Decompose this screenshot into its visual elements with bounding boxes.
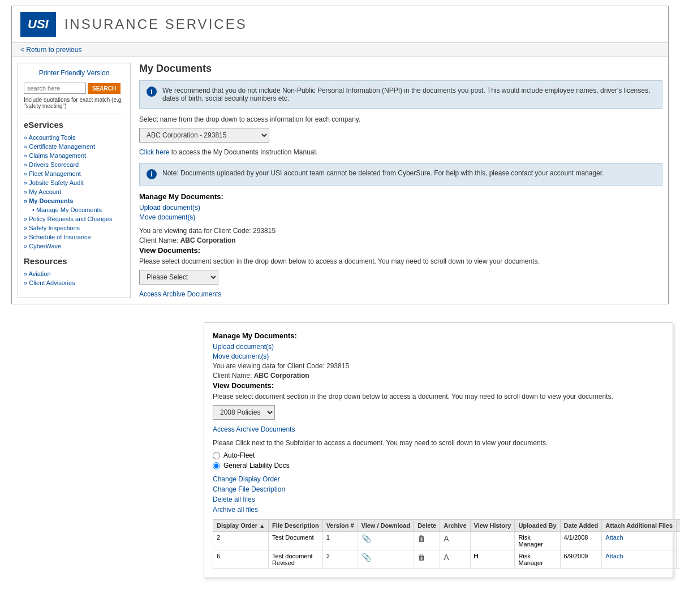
ep-access-archive-link[interactable]: Access Archive Documents bbox=[213, 425, 664, 433]
note-icon: i bbox=[147, 169, 157, 179]
sidebar-item-safety-inspections[interactable]: Safety Inspections bbox=[24, 223, 124, 232]
ep-upload-link[interactable]: Upload document(s) bbox=[213, 343, 664, 351]
cell-date-added-2: 6/9/2009 bbox=[560, 550, 602, 569]
select-label: Select name from the drop down to access… bbox=[139, 115, 662, 123]
sidebar-item-cyberwave[interactable]: CyberWave bbox=[24, 242, 124, 251]
cell-uploaded-by-2: Risk Manager bbox=[515, 550, 560, 569]
ep-radio-auto-fleet: Auto-Fleet bbox=[213, 451, 664, 459]
col-file-description[interactable]: File Description bbox=[269, 520, 323, 532]
cell-view-history bbox=[470, 532, 515, 550]
cell-attach-2[interactable]: Attach bbox=[602, 550, 677, 569]
table-row: 2 Test Document 1 📎 🗑 A Risk Manager 4/1… bbox=[213, 532, 681, 550]
sidebar-item-client-advisories[interactable]: Client Advisories bbox=[24, 278, 124, 287]
col-delete: Delete bbox=[414, 520, 440, 532]
client-name-text: Client Name: ABC Corporation bbox=[139, 236, 662, 244]
col-view-additional: View Additional Files bbox=[677, 520, 680, 532]
col-display-order[interactable]: Display Order ▲ bbox=[213, 520, 269, 532]
upload-link[interactable]: Upload document(s) bbox=[139, 204, 662, 212]
sidebar: Printer Friendly Version searcH Include … bbox=[18, 63, 131, 298]
cell-delete[interactable]: 🗑 bbox=[414, 532, 440, 550]
search-button[interactable]: searcH bbox=[88, 83, 120, 94]
search-input[interactable] bbox=[24, 83, 86, 94]
col-view-download: View / Download bbox=[358, 520, 414, 532]
col-view-history: View History bbox=[470, 520, 515, 532]
sidebar-item-drivers-scorecard[interactable]: Drivers Scorecard bbox=[24, 160, 124, 169]
download-icon[interactable]: 📎 bbox=[361, 534, 371, 543]
sidebar-item-certificate-management[interactable]: Certificate Management bbox=[24, 142, 124, 151]
sidebar-item-my-documents[interactable]: My Documents bbox=[24, 196, 124, 205]
cell-file-description: Test document Revised bbox=[269, 550, 323, 569]
cell-view-download[interactable]: 📎 bbox=[358, 550, 414, 569]
sidebar-item-fleet-management[interactable]: Fleet Management bbox=[24, 169, 124, 178]
please-select-wrap: Please Select bbox=[139, 270, 662, 285]
manage-docs-title: Manage My Documents: bbox=[139, 192, 662, 201]
please-select-dropdown[interactable]: Please Select bbox=[139, 270, 218, 285]
history-h-icon: H bbox=[474, 553, 479, 559]
note-box: i Note: Documents uploaded by your USI a… bbox=[139, 163, 662, 186]
info-message: We recommend that you do not include Non… bbox=[162, 87, 655, 102]
company-select[interactable]: ABC Corporation - 293815 bbox=[139, 128, 269, 143]
client-name-bold: ABC Corporation bbox=[180, 236, 236, 244]
col-date-added: Date Added bbox=[560, 520, 602, 532]
view-docs-title: View Documents: bbox=[139, 246, 662, 255]
ep-radio-general-liability-label: General Liability Docs bbox=[223, 462, 290, 469]
printer-friendly-link[interactable]: Printer Friendly Version bbox=[24, 69, 124, 77]
ep-delete-all-link[interactable]: Delete all files bbox=[213, 496, 664, 503]
download-icon-2[interactable]: 📎 bbox=[361, 553, 371, 562]
click-here-suffix: to access the My Documents Instruction M… bbox=[171, 148, 318, 156]
attach-link-2[interactable]: Attach bbox=[605, 553, 623, 559]
client-code-text: You are viewing data for Client Code: 29… bbox=[139, 227, 662, 235]
sidebar-item-jobsite-safety-audit[interactable]: Jobsite Safety Audit bbox=[24, 178, 124, 187]
documents-table: Display Order ▲ File Description Version… bbox=[213, 519, 680, 569]
cell-display-order: 6 bbox=[213, 550, 269, 569]
cell-version: 2 bbox=[322, 550, 358, 569]
cell-archive-2[interactable]: A bbox=[440, 550, 470, 569]
sidebar-item-my-account[interactable]: My Account bbox=[24, 187, 124, 196]
delete-icon[interactable]: 🗑 bbox=[418, 534, 425, 543]
return-link[interactable]: < Return to previous bbox=[20, 46, 81, 54]
sidebar-subitem-manage-my-documents[interactable]: Manage My Documents bbox=[24, 205, 124, 214]
page-title: My Documents bbox=[139, 63, 662, 75]
cell-archive[interactable]: A bbox=[440, 532, 470, 550]
cell-view-download[interactable]: 📎 bbox=[358, 532, 414, 550]
col-archive: Archive bbox=[440, 520, 470, 532]
eservices-title: eServices bbox=[24, 120, 124, 130]
ep-client-name: Client Name: ABC Corporation bbox=[213, 372, 664, 380]
info-box-nppi: i We recommend that you do not include N… bbox=[139, 80, 662, 109]
ep-radio-auto-fleet-input[interactable] bbox=[213, 452, 220, 459]
table-row: 6 Test document Revised 2 📎 🗑 A H Risk M… bbox=[213, 550, 681, 569]
sidebar-item-aviation[interactable]: Aviation bbox=[24, 269, 124, 278]
info-icon: i bbox=[147, 87, 157, 97]
ep-move-link[interactable]: Move document(s) bbox=[213, 352, 664, 360]
cell-view-additional-2 bbox=[677, 550, 680, 569]
ep-radio-general-liability-input[interactable] bbox=[213, 462, 220, 469]
ep-radio-group: Auto-Fleet General Liability Docs bbox=[213, 451, 664, 469]
ep-view-docs-desc: Please select document section in the dr… bbox=[213, 393, 664, 400]
resources-title: Resources bbox=[24, 256, 124, 266]
search-row: searcH bbox=[24, 83, 124, 94]
attach-link[interactable]: Attach bbox=[605, 534, 623, 541]
ep-change-display-link[interactable]: Change Display Order bbox=[213, 475, 664, 483]
archive-icon-2[interactable]: A bbox=[444, 553, 449, 562]
col-uploaded-by: Uploaded By bbox=[515, 520, 560, 532]
sidebar-item-schedule-of-insurance[interactable]: Schedule of Insurance bbox=[24, 232, 124, 242]
ep-policies-dropdown[interactable]: 2008 Policies bbox=[213, 405, 275, 420]
cell-attach[interactable]: Attach bbox=[602, 532, 677, 550]
ep-change-file-link[interactable]: Change File Description bbox=[213, 485, 664, 493]
click-here-link[interactable]: Click here bbox=[139, 148, 169, 156]
move-link[interactable]: Move document(s) bbox=[139, 213, 662, 221]
delete-icon-2[interactable]: 🗑 bbox=[418, 553, 425, 562]
sidebar-item-accounting-tools[interactable]: Accounting Tools bbox=[24, 133, 124, 142]
cell-uploaded-by: Risk Manager bbox=[515, 532, 560, 550]
access-archive-link[interactable]: Access Archive Documents bbox=[139, 290, 221, 298]
ep-radio-auto-fleet-label: Auto-Fleet bbox=[223, 451, 255, 459]
sidebar-item-claims-management[interactable]: Claims Management bbox=[24, 151, 124, 160]
ep-archive-all-link[interactable]: Archive all files bbox=[213, 506, 664, 514]
cell-view-history-2[interactable]: H bbox=[470, 550, 515, 569]
archive-icon[interactable]: A bbox=[444, 534, 449, 543]
main-content: My Documents i We recommend that you do … bbox=[139, 63, 662, 298]
sidebar-item-policy-requests[interactable]: Policy Requests and Changes bbox=[24, 214, 124, 223]
cell-delete-2[interactable]: 🗑 bbox=[414, 550, 440, 569]
ep-view-docs-title: View Documents: bbox=[213, 381, 664, 390]
ep-client-code: You are viewing data for Client Code: 29… bbox=[213, 362, 664, 370]
